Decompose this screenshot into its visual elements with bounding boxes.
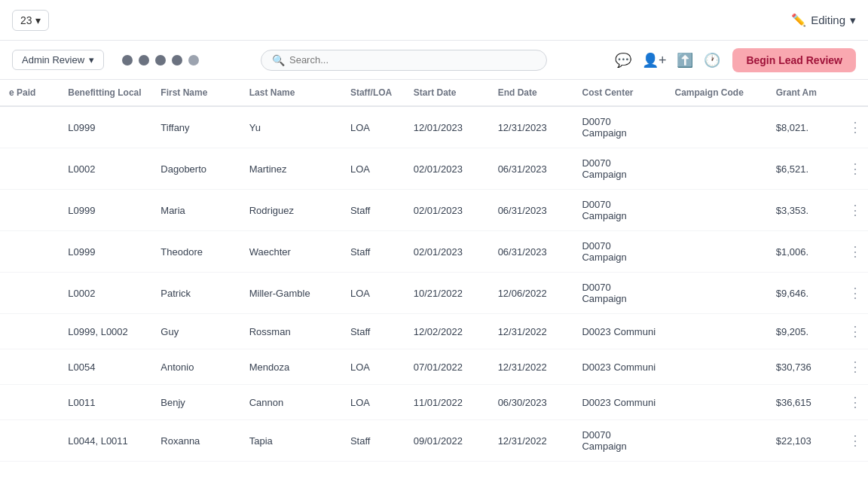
step-dot-2	[139, 55, 149, 66]
cell-start-date: 12/01/2023	[405, 106, 489, 148]
cell-staff-loa: LOA	[341, 148, 405, 190]
cell-end-date: 12/06/2022	[489, 273, 573, 314]
cell-ben-local: L0054	[59, 349, 151, 385]
cell-paid	[0, 349, 59, 385]
cell-staff-loa: Staff	[341, 231, 405, 273]
cell-more[interactable]: ⋮	[842, 273, 868, 314]
cell-end-date: 12/31/2022	[489, 349, 573, 385]
row-more-icon[interactable]: ⋮	[851, 285, 859, 301]
cell-more[interactable]: ⋮	[842, 148, 868, 190]
cell-start-date: 11/01/2022	[405, 385, 489, 420]
cell-more[interactable]: ⋮	[842, 231, 868, 273]
cell-paid	[0, 148, 59, 190]
row-more-icon[interactable]: ⋮	[851, 243, 859, 260]
row-more-icon[interactable]: ⋮	[851, 394, 859, 410]
step-dots	[122, 55, 199, 66]
cell-grant-am: $22,103	[767, 420, 843, 462]
row-more-icon[interactable]: ⋮	[851, 202, 859, 218]
cell-end-date: 06/31/2023	[489, 190, 573, 231]
row-more-icon[interactable]: ⋮	[851, 432, 859, 449]
cell-campaign-code	[666, 148, 767, 190]
cell-cost-center: D0023 Communi	[573, 314, 665, 349]
col-header-staff-loa: Staff/LOA	[341, 80, 405, 106]
editing-chevron-icon: ▾	[850, 14, 856, 27]
cell-cost-center: D0070 Campaign	[573, 190, 665, 231]
cell-first-name: Maria	[151, 190, 240, 231]
col-header-campaign-code: Campaign Code	[666, 80, 767, 106]
cell-first-name: Benjy	[151, 385, 240, 420]
cell-cost-center: D0023 Communi	[573, 349, 665, 385]
cell-paid	[0, 106, 59, 148]
add-user-icon[interactable]: 👤+	[642, 52, 667, 69]
begin-review-button[interactable]: Begin Lead Review	[732, 48, 856, 72]
pencil-icon: ✏️	[791, 13, 806, 27]
cell-staff-loa: Staff	[341, 190, 405, 231]
share-icon[interactable]: ⬆️	[677, 52, 693, 69]
cell-paid	[0, 314, 59, 349]
begin-review-label: Begin Lead Review	[746, 54, 842, 66]
cell-campaign-code	[666, 231, 767, 273]
cell-cost-center: D0070 Campaign	[573, 231, 665, 273]
step-dot-1	[122, 55, 133, 66]
cell-grant-am: $8,021.	[767, 106, 843, 148]
editing-label: Editing	[811, 14, 845, 26]
row-more-icon[interactable]: ⋮	[851, 119, 859, 136]
cell-campaign-code	[666, 349, 767, 385]
history-icon[interactable]: 🕐	[704, 52, 720, 69]
cell-cost-center: D0070 Campaign	[573, 106, 665, 148]
cell-cost-center: D0070 Campaign	[573, 273, 665, 314]
cell-more[interactable]: ⋮	[842, 106, 868, 148]
cell-last-name: Mendoza	[240, 349, 341, 385]
row-more-icon[interactable]: ⋮	[851, 323, 859, 340]
admin-review-chevron-icon: ▾	[89, 54, 94, 66]
cell-last-name: Martinez	[240, 148, 341, 190]
top-bar-right: ✏️ Editing ▾	[791, 13, 856, 27]
cell-last-name: Cannon	[240, 385, 341, 420]
cell-first-name: Roxanna	[151, 420, 240, 462]
cell-campaign-code	[666, 314, 767, 349]
cell-more[interactable]: ⋮	[842, 420, 868, 462]
year-dropdown[interactable]: 23 ▾	[12, 10, 49, 31]
search-input[interactable]	[289, 54, 536, 66]
top-bar: 23 ▾ ✏️ Editing ▾	[0, 0, 868, 41]
table-row: L0054 Antonio Mendoza LOA 07/01/2022 12/…	[0, 349, 868, 385]
cell-more[interactable]: ⋮	[842, 349, 868, 385]
cell-staff-loa: LOA	[341, 273, 405, 314]
cell-first-name: Tiffany	[151, 106, 240, 148]
row-more-icon[interactable]: ⋮	[851, 160, 859, 177]
comment-icon[interactable]: 💬	[615, 52, 631, 69]
cell-end-date: 12/31/2022	[489, 314, 573, 349]
cell-start-date: 02/01/2023	[405, 148, 489, 190]
table-row: L0999 Maria Rodriguez Staff 02/01/2023 0…	[0, 190, 868, 231]
cell-start-date: 12/02/2022	[405, 314, 489, 349]
cell-grant-am: $9,646.	[767, 273, 843, 314]
cell-grant-am: $6,521.	[767, 148, 843, 190]
toolbar-icons: 💬 👤+ ⬆️ 🕐	[615, 52, 721, 69]
sub-header: Admin Review ▾ 🔍 💬 👤+ ⬆️ 🕐 Begin Lead Re…	[0, 41, 868, 80]
editing-button[interactable]: ✏️ Editing ▾	[791, 13, 856, 27]
table-container: e Paid Benefitting Local First Name Last…	[0, 80, 868, 488]
cell-more[interactable]: ⋮	[842, 385, 868, 420]
cell-cost-center: D0023 Communi	[573, 385, 665, 420]
search-bar[interactable]: 🔍	[261, 50, 547, 71]
row-more-icon[interactable]: ⋮	[851, 358, 859, 375]
cell-more[interactable]: ⋮	[842, 190, 868, 231]
top-bar-left: 23 ▾	[12, 10, 49, 31]
cell-start-date: 10/21/2022	[405, 273, 489, 314]
cell-ben-local: L0999	[59, 231, 151, 273]
cell-more[interactable]: ⋮	[842, 314, 868, 349]
col-header-paid: e Paid	[0, 80, 59, 106]
col-header-start-date: Start Date	[405, 80, 489, 106]
cell-staff-loa: LOA	[341, 385, 405, 420]
admin-review-button[interactable]: Admin Review ▾	[12, 50, 104, 70]
cell-grant-am: $36,615	[767, 385, 843, 420]
cell-campaign-code	[666, 420, 767, 462]
cell-paid	[0, 273, 59, 314]
cell-first-name: Dagoberto	[151, 148, 240, 190]
admin-review-label: Admin Review	[22, 54, 84, 66]
table-row: L0011 Benjy Cannon LOA 11/01/2022 06/30/…	[0, 385, 868, 420]
cell-grant-am: $1,006.	[767, 231, 843, 273]
cell-ben-local: L0002	[59, 148, 151, 190]
cell-grant-am: $30,736	[767, 349, 843, 385]
cell-staff-loa: Staff	[341, 420, 405, 462]
